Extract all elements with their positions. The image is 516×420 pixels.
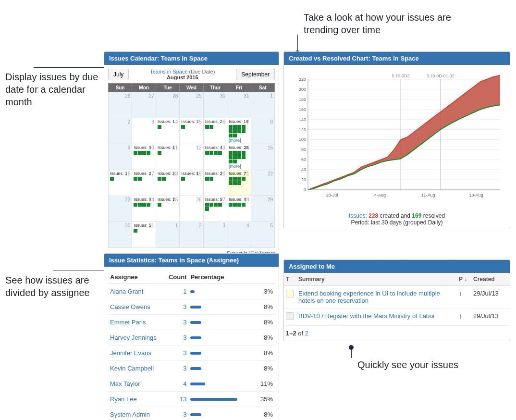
stats-assignee-link[interactable]: Cassie Owens [110,303,150,310]
calendar-issue-block[interactable] [134,177,137,181]
calendar-issue-block[interactable] [181,125,185,129]
calendar-issue-block[interactable] [233,151,237,155]
calendar-day-cell[interactable]: 9 [109,144,132,170]
calendar-day-cell[interactable]: 8 [251,118,274,144]
calendar-issue-block[interactable] [237,181,241,185]
calendar-issue-block[interactable] [209,151,213,155]
stats-count[interactable]: 3 [167,315,189,330]
stats-count[interactable]: 3 [167,346,189,361]
calendar-issue-block[interactable] [205,151,209,155]
stats-assignee-link[interactable]: Emmet Paris [110,319,146,326]
calendar-day-cell[interactable]: 15 [251,144,274,170]
calendar-issue-block[interactable] [134,151,137,155]
calendar-issue-block[interactable] [209,125,213,129]
calendar-issue-block[interactable] [110,177,114,181]
calendar-day-cell[interactable]: 28 [156,92,179,118]
calendar-issue-block[interactable] [233,177,237,181]
calendar-day-cell[interactable]: 6Issues: 2 [203,118,227,144]
stats-count[interactable]: 3 [167,361,189,376]
calendar-issue-block[interactable] [138,177,142,181]
calendar-day-cell[interactable]: 23 [109,196,132,222]
calendar-issue-block[interactable] [242,129,246,133]
calendar-issue-block[interactable] [214,203,218,207]
assigned-col-created[interactable]: Created [471,273,510,286]
calendar-day-cell[interactable]: 4 [227,222,251,248]
calendar-day-cell[interactable]: 27 [132,92,156,118]
calendar-issue-block[interactable] [158,125,161,129]
calendar-day-cell[interactable]: 29 [180,92,203,118]
calendar-issue-block[interactable] [229,151,233,155]
assigned-row[interactable]: Extend booking experience in UI to inclu… [284,286,510,309]
calendar-day-cell[interactable]: 28Issues: 4 [227,196,251,222]
calendar-issue-block[interactable] [229,181,233,185]
calendar-issue-block[interactable] [147,151,150,155]
calendar-issue-block[interactable] [147,203,150,207]
calendar-issue-block[interactable] [233,203,237,207]
calendar-issue-block[interactable] [205,177,209,181]
calendar-issue-block[interactable] [237,203,241,207]
calendar-day-cell[interactable]: 20Issues: 2 [203,170,227,196]
calendar-day-cell[interactable]: 3 [203,222,227,248]
assigned-col-type[interactable]: T [284,273,296,286]
calendar-issue-block[interactable] [242,155,246,159]
calendar-issue-block[interactable] [233,160,237,163]
calendar-issue-block[interactable] [218,203,222,207]
calendar-issue-block[interactable] [214,151,218,155]
calendar-issue-block[interactable] [134,203,137,207]
calendar-day-cell[interactable]: 31 [227,92,251,118]
calendar-day-cell[interactable]: 22 [251,170,274,196]
stats-count[interactable]: 3 [167,330,189,346]
stats-assignee-link[interactable]: Kevin Campbell [110,365,154,372]
calendar-day-cell[interactable]: 18Issues: 2 [156,170,179,196]
calendar-issue-block[interactable] [138,203,142,207]
calendar-issue-block[interactable] [233,134,237,137]
calendar-issue-block[interactable] [237,151,241,155]
calendar-issue-block[interactable] [242,151,246,155]
issue-summary-link[interactable]: BDV-10 / Register with the Mars Ministry… [298,312,435,320]
calendar-issue-block[interactable] [142,203,146,207]
calendar-project-link[interactable]: Teams in Space [150,69,187,74]
calendar-day-cell[interactable]: 2 [109,118,132,144]
calendar-day-cell[interactable]: 27Issues: 5 [203,196,227,222]
calendar-issue-block[interactable] [162,177,166,181]
calendar-issue-block[interactable] [229,125,233,129]
calendar-day-cell[interactable]: 19Issues: 1 [180,170,203,196]
stats-assignee-link[interactable]: Ryan Lee [110,395,137,403]
calendar-day-cell[interactable]: 14Issues: 25[more] [227,144,251,170]
calendar-day-cell[interactable]: 17Issues: 2 [132,170,156,196]
calendar-day-cell[interactable]: 3 [132,118,156,144]
calendar-more-link[interactable]: [more] [229,138,241,143]
issue-summary-link[interactable]: Extend booking experience in UI to inclu… [298,290,440,304]
assigned-row[interactable]: BDV-10 / Register with the Mars Ministry… [284,309,510,326]
calendar-next-button[interactable]: September [236,69,275,80]
calendar-day-cell[interactable]: 26 [109,92,132,118]
calendar-issue-block[interactable] [158,203,161,207]
calendar-issue-block[interactable] [209,177,213,181]
calendar-issue-block[interactable] [242,203,246,207]
calendar-day-cell[interactable]: 7Issues: 16[more] [227,118,251,144]
stats-count[interactable]: 1 [167,284,189,299]
calendar-issue-block[interactable] [205,203,209,207]
chart-issues-link[interactable]: Issues: [349,212,367,219]
calendar-issue-block[interactable] [229,134,233,137]
calendar-issue-block[interactable] [205,125,209,129]
calendar-day-cell[interactable]: 10Issues: 4 [132,144,156,170]
calendar-issue-block[interactable] [205,207,209,211]
calendar-issue-block[interactable] [237,125,241,129]
calendar-day-cell[interactable]: 13Issues: 4 [203,144,227,170]
calendar-day-cell[interactable]: 30 [109,222,132,248]
calendar-issue-block[interactable] [233,181,237,185]
calendar-day-cell[interactable]: 5Issues: 1 [180,118,203,144]
assigned-total-link[interactable]: 2 [305,330,308,337]
stats-assignee-link[interactable]: Jennifer Evans [110,349,151,357]
calendar-day-cell[interactable]: 16Issues: 1 [109,170,132,196]
calendar-issue-block[interactable] [229,129,233,133]
stats-assignee-link[interactable]: Harvey Jennings [110,334,157,341]
calendar-issue-block[interactable] [237,177,241,181]
calendar-issue-block[interactable] [209,203,213,207]
calendar-issue-block[interactable] [242,125,246,129]
calendar-issue-block[interactable] [233,125,237,129]
calendar-issue-block[interactable] [134,229,137,233]
calendar-issue-block[interactable] [229,155,233,159]
calendar-day-cell[interactable]: 2 [180,222,203,248]
